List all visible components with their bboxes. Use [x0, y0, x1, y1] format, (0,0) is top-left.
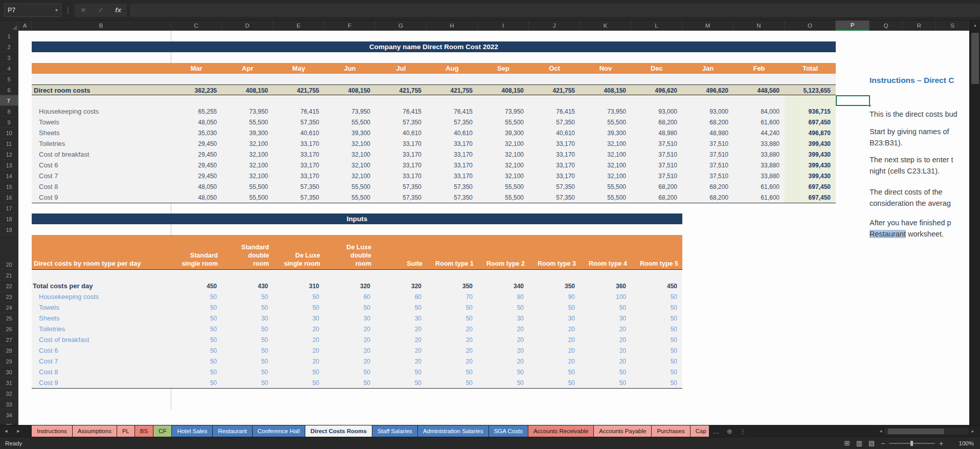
row-number-33[interactable]: 33	[0, 399, 18, 410]
row-number-1[interactable]: 1	[0, 31, 18, 41]
row-number-3[interactable]: 3	[0, 52, 18, 63]
cost-value-cell[interactable]: 399,430	[785, 149, 836, 160]
tab-scroll-right-icon[interactable]: ►	[12, 425, 25, 437]
cost-value-cell[interactable]: 33,170	[427, 138, 478, 149]
month-header-cell[interactable]: May	[273, 63, 324, 74]
cost-value-cell[interactable]: 399,430	[785, 138, 836, 149]
summary-value-cell[interactable]: 408,150	[222, 85, 273, 96]
input-value-cell[interactable]: 50	[222, 367, 273, 377]
input-value-cell[interactable]: 100	[580, 291, 631, 302]
input-row-label[interactable]: Cost 7	[32, 356, 171, 367]
cost-value-cell[interactable]: 32,100	[580, 138, 631, 149]
page-layout-view-icon[interactable]: ▥	[853, 439, 865, 447]
cost-row-label[interactable]: Housekeeping costs	[32, 106, 171, 117]
sheet-tab-administration-salaries[interactable]: Administration Salaries	[418, 425, 488, 437]
summary-value-cell[interactable]: 496,620	[631, 85, 682, 96]
cost-value-cell[interactable]: 32,100	[580, 149, 631, 160]
column-header-I[interactable]: I	[478, 20, 529, 31]
input-value-cell[interactable]: 50	[222, 302, 273, 313]
input-value-cell[interactable]: 50	[478, 377, 529, 388]
cost-value-cell[interactable]: 68,200	[631, 192, 682, 203]
cost-value-cell[interactable]: 40,610	[427, 127, 478, 138]
cost-value-cell[interactable]: 40,610	[375, 127, 427, 138]
cost-value-cell[interactable]: 32,100	[478, 170, 529, 181]
cost-value-cell[interactable]: 33,170	[273, 149, 324, 160]
inputs-banner[interactable]: Inputs	[32, 213, 682, 224]
sheet-tab-cap[interactable]: Cap	[691, 425, 709, 437]
cost-value-cell[interactable]: 39,300	[324, 127, 375, 138]
cost-value-cell[interactable]: 32,100	[324, 149, 375, 160]
cost-value-cell[interactable]: 33,170	[273, 170, 324, 181]
month-header-cell[interactable]: Jan	[682, 63, 733, 74]
zoom-in-icon[interactable]: +	[936, 439, 946, 447]
row-number-35[interactable]: 35	[0, 420, 18, 425]
input-value-cell[interactable]: 50	[375, 367, 427, 377]
row-number-4[interactable]: 4	[0, 63, 18, 74]
input-value-cell[interactable]: 20	[273, 345, 324, 356]
row-number-26[interactable]: 26	[0, 324, 18, 334]
row-number-12[interactable]: 12	[0, 149, 18, 160]
sheet-tab-accounts-receivable[interactable]: Accounts Receivable	[528, 425, 593, 437]
summary-value-cell[interactable]: 408,150	[580, 85, 631, 96]
cost-value-cell[interactable]: 73,950	[580, 106, 631, 117]
input-row-label[interactable]: Housekeeping costs	[32, 291, 171, 302]
cost-row-label[interactable]: Cost 6	[32, 160, 171, 170]
cost-value-cell[interactable]: 496,870	[785, 127, 836, 138]
normal-view-icon[interactable]: ⊞	[841, 439, 853, 447]
cost-value-cell[interactable]: 37,510	[682, 138, 733, 149]
month-header-cell[interactable]: Apr	[222, 63, 273, 74]
page-break-view-icon[interactable]: ▤	[865, 439, 878, 447]
column-header-S[interactable]: S	[936, 20, 969, 31]
input-value-cell[interactable]: 50	[171, 356, 222, 367]
cost-value-cell[interactable]: 32,100	[478, 138, 529, 149]
cost-value-cell[interactable]: 37,510	[631, 138, 682, 149]
cost-value-cell[interactable]: 33,170	[427, 170, 478, 181]
cost-value-cell[interactable]: 55,500	[478, 181, 529, 192]
input-value-cell[interactable]: 20	[375, 345, 427, 356]
row-number-32[interactable]: 32	[0, 388, 18, 399]
row-number-27[interactable]: 27	[0, 334, 18, 345]
cost-value-cell[interactable]: 55,500	[580, 192, 631, 203]
cost-value-cell[interactable]: 76,415	[427, 106, 478, 117]
cost-value-cell[interactable]: 33,170	[529, 160, 580, 170]
cost-value-cell[interactable]: 32,100	[478, 160, 529, 170]
cost-value-cell[interactable]: 33,170	[375, 149, 427, 160]
cost-value-cell[interactable]: 399,430	[785, 160, 836, 170]
input-row-label[interactable]: Cost of breakfast	[32, 334, 171, 345]
input-value-cell[interactable]: 50	[427, 367, 478, 377]
input-value-cell[interactable]: 20	[375, 334, 427, 345]
cost-value-cell[interactable]: 39,300	[222, 127, 273, 138]
input-value-cell[interactable]: 20	[580, 324, 631, 334]
input-value-cell[interactable]: 50	[631, 313, 682, 324]
tab-menu-icon[interactable]: ⋮	[736, 425, 750, 437]
row-number-15[interactable]: 15	[0, 181, 18, 192]
input-value-cell[interactable]: 20	[478, 356, 529, 367]
column-header-K[interactable]: K	[580, 20, 631, 31]
column-header-Q[interactable]: Q	[870, 20, 903, 31]
input-value-cell[interactable]: 20	[375, 356, 427, 367]
cost-value-cell[interactable]: 57,350	[375, 192, 427, 203]
new-sheet-icon[interactable]: ⊕	[723, 425, 736, 437]
input-value-cell[interactable]: 20	[324, 356, 375, 367]
cost-value-cell[interactable]: 93,000	[682, 106, 733, 117]
cost-row-label[interactable]: Cost 8	[32, 181, 171, 192]
cost-value-cell[interactable]: 33,170	[375, 170, 427, 181]
input-value-cell[interactable]: 50	[478, 367, 529, 377]
input-value-cell[interactable]: 50	[171, 334, 222, 345]
inputs-summary-value-cell[interactable]: 450	[631, 281, 682, 291]
cost-value-cell[interactable]: 65,255	[171, 106, 222, 117]
input-value-cell[interactable]: 50	[580, 367, 631, 377]
cost-value-cell[interactable]: 936,715	[785, 106, 836, 117]
cost-value-cell[interactable]: 61,600	[733, 192, 785, 203]
cost-value-cell[interactable]: 37,510	[682, 170, 733, 181]
input-value-cell[interactable]: 90	[529, 291, 580, 302]
cost-value-cell[interactable]: 57,350	[273, 192, 324, 203]
insert-function-icon[interactable]: fx	[109, 6, 127, 14]
cost-value-cell[interactable]: 32,100	[324, 138, 375, 149]
cost-value-cell[interactable]: 33,170	[273, 138, 324, 149]
summary-value-cell[interactable]: 362,235	[171, 85, 222, 96]
cost-value-cell[interactable]: 73,950	[324, 106, 375, 117]
cost-row-label[interactable]: Cost 7	[32, 170, 171, 181]
scroll-up-icon[interactable]: ▲	[970, 20, 980, 30]
row-number-11[interactable]: 11	[0, 138, 18, 149]
